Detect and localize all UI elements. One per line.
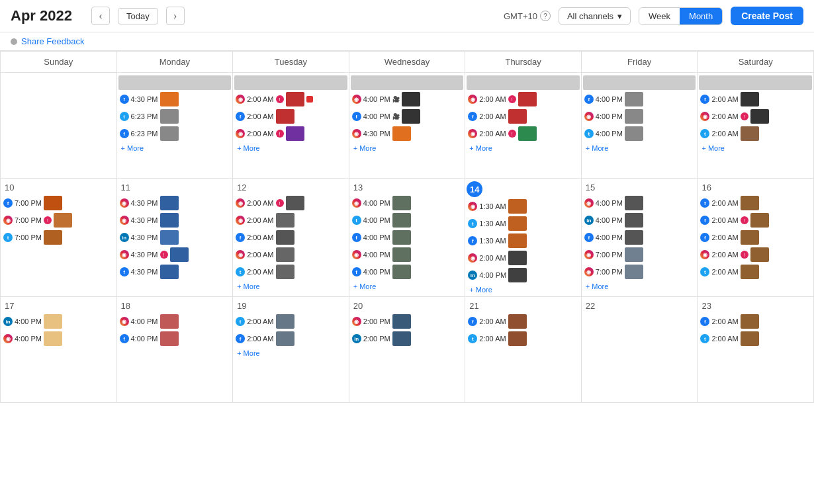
event-w2-tue-4[interactable]: ◉ 2:00 AM	[234, 247, 347, 263]
event-w3-sat-1[interactable]: f 2:00 AM	[699, 314, 812, 329]
event-w2-sat-5[interactable]: t 2:00 AM	[699, 264, 812, 280]
event-w2-fri-4[interactable]: ◉ 7:00 PM	[583, 247, 696, 263]
more-link-w1-tue[interactable]: + More	[234, 143, 347, 153]
more-link-w2-thu[interactable]: + More	[467, 284, 580, 295]
event-w1-mon-1[interactable]: f 4:30 PM	[118, 91, 232, 107]
prev-button[interactable]: ‹	[91, 7, 110, 25]
event-w3-thu-1[interactable]: f 2:00 AM	[467, 314, 580, 329]
month-button[interactable]: Month	[680, 8, 722, 24]
event-w2-wed-3[interactable]: f 4:00 PM	[351, 230, 464, 245]
event-w2-fri-2[interactable]: in 4:00 PM	[583, 212, 696, 228]
ig-icon: ◉	[120, 317, 129, 326]
event-w2-thu-4[interactable]: ◉ 2:00 AM	[467, 250, 580, 266]
event-w1-wed-3[interactable]: ◉ 4:30 PM	[351, 126, 464, 142]
event-w3-wed-2[interactable]: in 2:00 PM	[351, 331, 464, 347]
event-w2-mon-1[interactable]: ◉ 4:30 PM	[118, 195, 232, 211]
event-w1-tue-1[interactable]: ◉ 2:00 AM !	[234, 91, 347, 107]
event-w2-tue-3[interactable]: f 2:00 AM	[234, 230, 347, 245]
event-thumb	[276, 230, 294, 245]
more-link-w3-tue[interactable]: + More	[234, 348, 347, 358]
fb-icon: f	[120, 267, 129, 276]
event-w2-wed-5[interactable]: f 4:00 PM	[351, 264, 464, 280]
event-w1-thu-1[interactable]: ◉ 2:00 AM !	[467, 91, 580, 107]
event-w1-thu-3[interactable]: ◉ 2:00 AM !	[467, 126, 580, 142]
event-w2-thu-5[interactable]: in 4:00 PM	[467, 267, 580, 283]
event-w2-sat-1[interactable]: f 2:00 AM	[699, 195, 812, 211]
event-w1-sat-2[interactable]: ◉ 2:00 AM !	[699, 108, 812, 124]
header-title: Apr 2022	[11, 7, 83, 24]
event-w3-sun-1[interactable]: in 4:00 PM	[2, 314, 115, 329]
event-thumb	[750, 213, 769, 228]
feedback-label[interactable]: Share Feedback	[21, 36, 84, 46]
event-w2-mon-4[interactable]: ◉ 4:30 PM !	[118, 247, 232, 263]
event-w3-tue-1[interactable]: t 2:00 AM	[234, 314, 347, 329]
event-w2-sun-2[interactable]: ◉ 7:00 PM !	[2, 212, 115, 228]
event-w1-mon-3[interactable]: f 6:23 PM	[118, 126, 232, 142]
create-post-button[interactable]: Create Post	[731, 7, 803, 25]
event-w2-sat-2[interactable]: f 2:00 AM !	[699, 212, 812, 228]
ig-icon: ◉	[700, 112, 709, 121]
event-w2-wed-1[interactable]: ◉ 4:00 PM	[351, 195, 464, 211]
event-w1-mon-2[interactable]: t 6:23 PM	[118, 108, 232, 124]
day-cell-w3-sat: 23 f 2:00 AM t 2:00 AM	[698, 297, 814, 403]
event-w3-thu-2[interactable]: t 2:00 AM	[467, 331, 580, 347]
event-thumb	[741, 230, 759, 245]
day-number-16: 16	[699, 181, 713, 194]
event-w3-sun-2[interactable]: ◉ 4:00 PM	[2, 331, 115, 347]
event-w1-wed-1[interactable]: ◉ 4:00 PM 🎥	[351, 91, 464, 107]
event-w1-sat-3[interactable]: t 2:00 AM	[699, 126, 812, 142]
event-w3-mon-1[interactable]: ◉ 4:00 PM	[118, 314, 232, 329]
feedback-bar: Share Feedback	[0, 32, 814, 51]
chevron-down-icon: ▾	[617, 11, 622, 21]
event-w3-mon-2[interactable]: f 4:00 PM	[118, 331, 232, 347]
event-w1-fri-2[interactable]: ◉ 4:00 PM	[583, 108, 696, 124]
more-link-w1-thu[interactable]: + More	[467, 143, 580, 153]
event-w2-sun-1[interactable]: f 7:00 PM	[2, 195, 115, 211]
event-w1-fri-3[interactable]: t 4:00 PM	[583, 126, 696, 142]
day-cell-w2-sun: 10 f 7:00 PM ◉ 7:00 PM ! t 7:00 PM	[1, 179, 117, 297]
more-link-w2-fri[interactable]: + More	[583, 281, 696, 292]
more-link-w1-sun[interactable]	[2, 75, 115, 78]
event-w2-fri-1[interactable]: ◉ 4:00 PM	[583, 195, 696, 211]
event-w1-thu-2[interactable]: f 2:00 AM	[467, 108, 580, 124]
event-w1-sat-1[interactable]: f 2:00 AM	[699, 91, 812, 107]
event-w2-sat-4[interactable]: ◉ 2:00 AM !	[699, 247, 812, 263]
event-w2-wed-2[interactable]: t 4:00 PM	[351, 212, 464, 228]
help-icon[interactable]: ?	[540, 11, 551, 21]
event-w2-thu-2[interactable]: t 1:30 AM	[467, 216, 580, 231]
event-w3-wed-1[interactable]: ◉ 2:00 PM	[351, 314, 464, 329]
fb-icon: f	[120, 334, 129, 343]
next-button[interactable]: ›	[166, 7, 185, 25]
event-w2-tue-1[interactable]: ◉ 2:00 AM !	[234, 195, 347, 211]
event-w2-tue-5[interactable]: t 2:00 AM	[234, 264, 347, 280]
event-w2-mon-3[interactable]: in 4:30 PM	[118, 230, 232, 245]
event-w3-sat-2[interactable]: t 2:00 AM	[699, 331, 812, 347]
ig-icon: ◉	[3, 334, 13, 343]
channels-button[interactable]: All channels ▾	[559, 7, 631, 25]
event-w1-tue-2[interactable]: f 2:00 AM	[234, 108, 347, 124]
more-link-w1-fri[interactable]: + More	[583, 143, 696, 153]
event-w3-tue-2[interactable]: f 2:00 AM	[234, 331, 347, 347]
more-link-w2-wed[interactable]: + More	[351, 281, 464, 292]
event-w2-fri-3[interactable]: f 4:00 PM	[583, 230, 696, 245]
event-w2-mon-5[interactable]: f 4:30 PM	[118, 264, 232, 280]
event-w2-thu-3[interactable]: f 1:30 AM	[467, 233, 580, 249]
event-w2-tue-2[interactable]: ◉ 2:00 AM	[234, 212, 347, 228]
more-link-w1-sat[interactable]: + More	[699, 143, 812, 153]
today-button[interactable]: Today	[118, 8, 158, 24]
week-button[interactable]: Week	[639, 8, 680, 24]
event-w2-sun-3[interactable]: t 7:00 PM	[2, 230, 115, 245]
event-w2-wed-4[interactable]: ◉ 4:00 PM	[351, 247, 464, 263]
more-link-w1-wed[interactable]: + More	[351, 143, 464, 153]
more-link-w2-tue[interactable]: + More	[234, 281, 347, 292]
event-w1-wed-2[interactable]: f 4:00 PM 🎥	[351, 108, 464, 124]
event-w1-tue-3[interactable]: ◉ 2:00 AM !	[234, 126, 347, 142]
event-w2-thu-1[interactable]: ◉ 1:30 AM	[467, 198, 580, 214]
event-w2-mon-2[interactable]: ◉ 4:30 PM	[118, 212, 232, 228]
event-w1-fri-1[interactable]: f 4:00 PM	[583, 91, 696, 107]
event-w2-fri-5[interactable]: ◉ 7:00 PM	[583, 264, 696, 280]
event-w2-sat-3[interactable]: f 2:00 AM	[699, 230, 812, 245]
tw-icon: t	[236, 267, 245, 276]
more-link-w1-mon[interactable]: + More	[118, 143, 232, 153]
event-thumb	[276, 109, 294, 124]
